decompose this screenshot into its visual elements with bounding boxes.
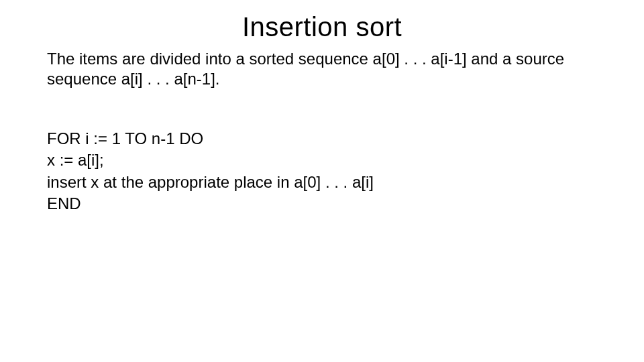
- code-line: FOR i := 1 TO n-1 DO: [47, 128, 597, 149]
- slide: Insertion sort The items are divided int…: [0, 0, 644, 362]
- slide-description: The items are divided into a sorted sequ…: [47, 49, 597, 89]
- pseudocode-block: FOR i := 1 TO n-1 DO x := a[i]; insert x…: [47, 128, 597, 215]
- code-line: insert x at the appropriate place in a[0…: [47, 172, 597, 193]
- code-line: END: [47, 193, 597, 215]
- slide-title: Insertion sort: [47, 12, 597, 42]
- code-line: x := a[i];: [47, 149, 597, 171]
